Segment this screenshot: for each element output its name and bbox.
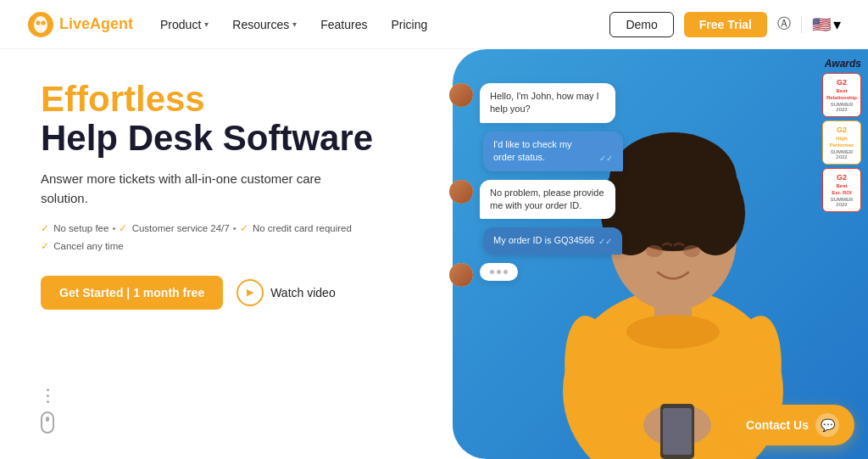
awards-title: Awards: [822, 58, 861, 70]
get-started-button[interactable]: Get Started | 1 month free: [41, 276, 223, 310]
nav-item-pricing[interactable]: Pricing: [391, 18, 427, 31]
contact-us-button[interactable]: Contact Us 💬: [731, 405, 854, 445]
svg-point-2: [36, 20, 41, 25]
chat-bubbles: Hello, I'm John, how may I help you? I'd…: [449, 83, 623, 287]
chat-bubble-user-2: My order ID is GQ34566 ✓✓: [483, 227, 622, 254]
scroll-thumb: [46, 417, 49, 422]
feature-no-setup: ✓ No setup fee•✓ Customer service 24/7•✓…: [41, 220, 397, 238]
nav-divider: [801, 16, 802, 33]
hero-title-black: Help Desk Software: [41, 119, 397, 158]
scroll-indicator: [41, 389, 54, 434]
agent-avatar-3: [449, 263, 473, 287]
svg-point-9: [609, 132, 737, 226]
watch-video-button[interactable]: ▶ Watch video: [236, 279, 336, 306]
demo-button[interactable]: Demo: [609, 12, 673, 37]
scroll-dot: [47, 400, 49, 403]
hero-features: ✓ No setup fee•✓ Customer service 24/7•✓…: [41, 220, 397, 255]
logo[interactable]: LiveAgent: [27, 11, 133, 38]
svg-point-11: [626, 315, 720, 349]
hero-title-orange: Effortless: [41, 80, 397, 119]
agent-avatar-2: [449, 180, 473, 204]
chat-row-3: No problem, please provide me with your …: [449, 180, 623, 220]
typing-dot: [504, 270, 508, 274]
svg-point-1: [34, 16, 47, 33]
chat-row-5: [449, 263, 623, 287]
chevron-down-icon: ▾: [204, 20, 209, 29]
chevron-down-icon: ▾: [833, 15, 841, 34]
free-trial-button[interactable]: Free Trial: [684, 12, 767, 37]
chat-row-4: My order ID is GQ34566 ✓✓: [483, 227, 623, 254]
awards-section: Awards G2 BestRelationship SUMMER2022 G2…: [822, 58, 861, 212]
navigation: LiveAgent Product ▾ Resources ▾ Features…: [0, 0, 868, 49]
svg-point-3: [42, 20, 46, 25]
chat-bubble-agent-2: No problem, please provide me with your …: [480, 180, 615, 220]
hero-left: Effortless Help Desk Software Answer mor…: [0, 49, 424, 459]
svg-point-18: [683, 245, 700, 257]
nav-item-resources[interactable]: Resources ▾: [232, 18, 297, 31]
nav-links: Product ▾ Resources ▾ Features Pricing: [160, 18, 609, 31]
scroll-box: [41, 411, 54, 434]
hero-subtitle: Answer more tickets with all-in-one cust…: [41, 170, 346, 208]
language-selector[interactable]: 🇺🇸 ▾: [812, 15, 841, 34]
typing-dot: [497, 270, 501, 274]
chat-row-2: I'd like to check my order status. ✓✓: [483, 132, 623, 171]
scroll-dot: [47, 389, 49, 391]
hero-cta: Get Started | 1 month free ▶ Watch video: [41, 276, 397, 310]
chevron-down-icon: ▾: [292, 20, 297, 29]
nav-actions: Demo Free Trial Ⓐ 🇺🇸 ▾: [609, 12, 841, 37]
agent-avatar-1: [449, 83, 473, 107]
nav-item-product[interactable]: Product ▾: [160, 18, 209, 31]
nav-item-features[interactable]: Features: [320, 18, 367, 31]
hero-right: Hello, I'm John, how may I help you? I'd…: [424, 49, 868, 459]
award-badge-2: G2 HighPerformer SUMMER2022: [822, 120, 861, 165]
award-badge-1: G2 BestRelationship SUMMER2022: [822, 73, 861, 117]
chat-bubble-agent-1: Hello, I'm John, how may I help you?: [480, 83, 615, 123]
award-badge-3: G2 BestEst. ROI SUMMER2022: [822, 168, 861, 212]
svg-point-17: [646, 245, 663, 257]
typing-dot: [490, 270, 494, 274]
flag-icon: 🇺🇸: [812, 15, 831, 34]
check-icon: ✓✓: [599, 153, 613, 165]
chat-bubble-user-1: I'd like to check my order status. ✓✓: [483, 132, 623, 171]
typing-indicator: [480, 263, 518, 281]
scroll-dot: [47, 395, 49, 397]
logo-text: LiveAgent: [59, 15, 133, 33]
chat-row-1: Hello, I'm John, how may I help you?: [449, 83, 623, 123]
svg-rect-16: [663, 408, 692, 455]
feature-cancel: ✓ Cancel any time: [41, 238, 397, 255]
user-icon[interactable]: Ⓐ: [777, 15, 791, 33]
scroll-dots: [47, 389, 49, 403]
chat-icon: 💬: [815, 413, 839, 437]
play-icon: ▶: [236, 279, 264, 306]
check-icon: ✓✓: [598, 236, 612, 248]
hero-section: Effortless Help Desk Software Answer mor…: [0, 49, 868, 459]
